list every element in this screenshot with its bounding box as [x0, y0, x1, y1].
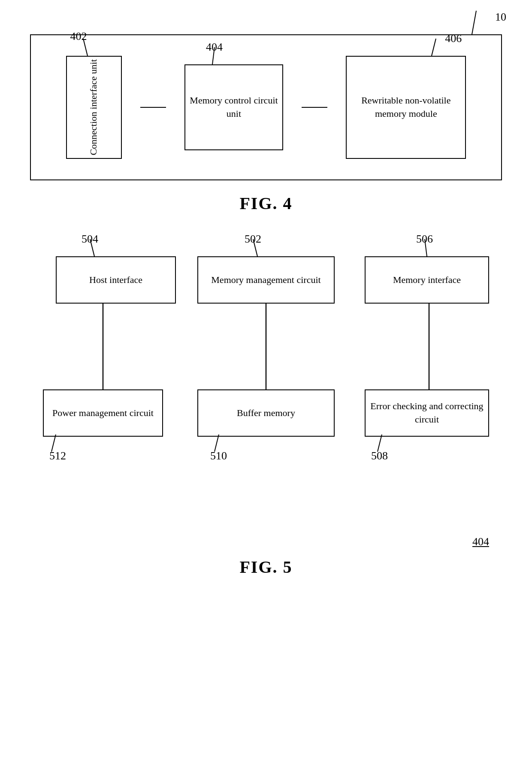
power-management-label: Power management circuit — [52, 407, 154, 420]
svg-line-11 — [215, 435, 219, 452]
svg-line-9 — [425, 239, 427, 256]
fig5-memory-management-box: Memory management circuit — [197, 256, 335, 304]
fig5-box-504-wrapper: 504 Host interface — [43, 256, 163, 304]
fig4-box-406-wrapper: 406 Rewritable non-volatile memory modul… — [346, 56, 466, 159]
ref-504-leader — [90, 239, 107, 258]
ref-10-leader — [472, 11, 489, 36]
memory-management-label: Memory management circuit — [211, 274, 320, 287]
fig5-box-502-wrapper: 502 Memory management circuit — [197, 256, 335, 304]
ref-404-leader — [215, 47, 232, 67]
fig4-inner: 402 Connection interface unit 404 — [31, 35, 501, 179]
fig5-power-management-box: Power management circuit — [43, 389, 163, 437]
connection-interface-label: Connection interface unit — [87, 59, 100, 155]
svg-line-12 — [378, 435, 382, 452]
fig4-outer-box: 402 Connection interface unit 404 — [30, 34, 502, 180]
fig4-label: FIG. 4 — [26, 193, 506, 213]
svg-line-3 — [432, 39, 436, 56]
ref-512-label: 512 — [49, 450, 66, 462]
ref-402-leader — [83, 39, 100, 58]
fig4-rewritable-memory-box: Rewritable non-volatile memory module — [346, 56, 466, 159]
page: 10 402 Connection interface unit — [0, 0, 532, 594]
svg-line-1 — [83, 39, 88, 56]
ref-502-leader — [253, 239, 270, 258]
ref-406-leader — [427, 39, 444, 58]
svg-line-0 — [472, 11, 476, 34]
fig4-section: 10 402 Connection interface unit — [26, 34, 506, 213]
fig5-section: 504 Host interface 502 Memory management… — [26, 256, 506, 577]
fig5-box-506-wrapper: 506 Memory interface — [365, 256, 489, 304]
buffer-memory-label: Buffer memory — [237, 407, 295, 420]
ref-406-label: 406 — [445, 32, 462, 45]
svg-line-7 — [90, 239, 94, 256]
memory-control-label: Memory control circuit unit — [185, 94, 282, 121]
fig5-memory-interface-box: Memory interface — [365, 256, 489, 304]
fig5-box-508-wrapper: Error checking and correcting circuit 50… — [365, 389, 489, 437]
fig4-connection-interface-box: Connection interface unit — [66, 56, 122, 159]
fig5-buffer-memory-box: Buffer memory — [197, 389, 335, 437]
memory-interface-label: Memory interface — [393, 274, 461, 287]
ref-404-bottom-label: 404 — [472, 535, 489, 548]
fig5-host-interface-box: Host interface — [56, 256, 176, 304]
host-interface-label: Host interface — [89, 274, 142, 287]
arrow-404-406 — [302, 107, 327, 108]
ecc-label: Error checking and correcting circuit — [366, 400, 488, 426]
arrow-402-404 — [140, 107, 166, 108]
fig5-label: FIG. 5 — [26, 557, 506, 577]
fig5-box-512-wrapper: Power management circuit 512 — [43, 389, 163, 437]
fig4-box-404-wrapper: 404 Memory control circuit unit — [184, 64, 283, 150]
ref-508-label: 508 — [371, 450, 388, 462]
svg-line-8 — [253, 239, 257, 256]
fig4-box-402-wrapper: 402 Connection interface unit — [66, 56, 122, 159]
fig5-ecc-box: Error checking and correcting circuit — [365, 389, 489, 437]
ref-506-leader — [425, 239, 442, 258]
rewritable-memory-label: Rewritable non-volatile memory module — [347, 94, 465, 121]
fig4-memory-control-box: Memory control circuit unit — [184, 64, 283, 150]
svg-line-10 — [51, 435, 56, 452]
fig5-box-510-wrapper: Buffer memory 510 — [197, 389, 335, 437]
ref-10-label: 10 — [495, 11, 506, 24]
ref-510-label: 510 — [210, 450, 227, 462]
